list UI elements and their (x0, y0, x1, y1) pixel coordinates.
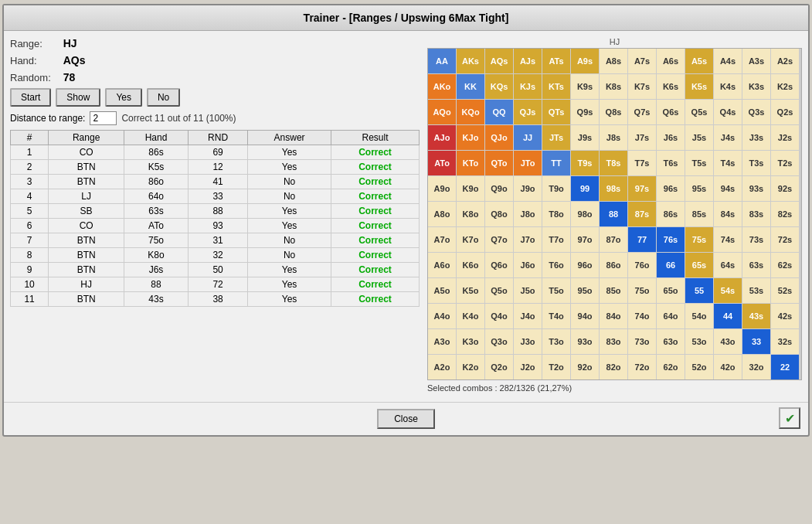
grid-cell[interactable]: A5s (685, 49, 713, 73)
grid-cell[interactable]: J9s (571, 125, 599, 150)
grid-cell[interactable]: Q5o (485, 278, 513, 303)
grid-cell[interactable]: QTs (542, 100, 570, 124)
grid-cell[interactable]: K2o (457, 355, 484, 379)
grid-cell[interactable]: T9o (542, 176, 570, 201)
grid-cell[interactable]: 93o (571, 329, 599, 354)
grid-cell[interactable]: J6o (514, 253, 542, 277)
grid-cell[interactable]: KQs (485, 74, 513, 99)
grid-cell[interactable]: 43s (742, 304, 770, 328)
grid-cell[interactable]: 64s (714, 253, 742, 277)
grid-cell[interactable]: 74s (714, 227, 742, 252)
grid-cell[interactable]: 86o (600, 253, 627, 277)
grid-cell[interactable]: 65o (657, 278, 685, 303)
grid-cell[interactable]: 76o (628, 253, 656, 277)
grid-cell[interactable]: T9s (571, 151, 599, 175)
grid-cell[interactable]: JJ (514, 125, 542, 150)
grid-cell[interactable]: 54s (714, 278, 742, 303)
grid-cell[interactable]: A4o (428, 304, 456, 328)
grid-cell[interactable]: TT (542, 151, 570, 175)
grid-cell[interactable]: 33 (742, 329, 770, 354)
grid-cell[interactable]: K3s (742, 74, 770, 99)
grid-cell[interactable]: AKs (457, 49, 484, 73)
grid-cell[interactable]: A7o (428, 227, 456, 252)
grid-cell[interactable]: Q4s (714, 100, 742, 124)
grid-cell[interactable]: 96o (571, 253, 599, 277)
grid-cell[interactable]: J9o (514, 176, 542, 201)
grid-cell[interactable]: A5o (428, 278, 456, 303)
grid-cell[interactable]: T3o (542, 329, 570, 354)
grid-cell[interactable]: Q6o (485, 253, 513, 277)
grid-cell[interactable]: Q2s (771, 100, 799, 124)
grid-cell[interactable]: 75o (628, 278, 656, 303)
grid-cell[interactable]: 87o (600, 227, 627, 252)
grid-cell[interactable]: 86s (657, 202, 685, 226)
grid-cell[interactable]: 85o (600, 278, 627, 303)
grid-cell[interactable]: K7s (628, 74, 656, 99)
grid-cell[interactable]: 92o (571, 355, 599, 379)
grid-cell[interactable]: A4s (714, 49, 742, 73)
grid-cell[interactable]: AJo (428, 125, 456, 150)
grid-cell[interactable]: 64o (657, 304, 685, 328)
grid-cell[interactable]: 52s (771, 278, 799, 303)
grid-cell[interactable]: KJs (514, 74, 542, 99)
grid-cell[interactable]: ATo (428, 151, 456, 175)
grid-cell[interactable]: J5o (514, 278, 542, 303)
grid-cell[interactable]: K2s (771, 74, 799, 99)
grid-cell[interactable]: 73o (628, 329, 656, 354)
grid-cell[interactable]: AA (428, 49, 456, 73)
grid-cell[interactable]: 98o (571, 202, 599, 226)
grid-cell[interactable]: K8s (600, 74, 627, 99)
grid-cell[interactable]: Q3o (485, 329, 513, 354)
grid-cell[interactable]: J6s (657, 125, 685, 150)
grid-cell[interactable]: 63o (657, 329, 685, 354)
grid-cell[interactable]: A9s (571, 49, 599, 73)
grid-cell[interactable]: T8o (542, 202, 570, 226)
grid-cell[interactable]: 42o (714, 355, 742, 379)
close-button[interactable]: Close (377, 409, 435, 429)
grid-cell[interactable]: QQ (485, 100, 513, 124)
grid-cell[interactable]: ATs (542, 49, 570, 73)
grid-cell[interactable]: K7o (457, 227, 484, 252)
grid-cell[interactable]: Q8o (485, 202, 513, 226)
grid-cell[interactable]: 77 (628, 227, 656, 252)
grid-cell[interactable]: 55 (685, 278, 713, 303)
grid-cell[interactable]: 22 (771, 355, 799, 379)
grid-cell[interactable]: 62o (657, 355, 685, 379)
grid-cell[interactable]: J5s (685, 125, 713, 150)
grid-cell[interactable]: 62s (771, 253, 799, 277)
grid-cell[interactable]: K4s (714, 74, 742, 99)
grid-cell[interactable]: 72o (628, 355, 656, 379)
grid-cell[interactable]: J8s (600, 125, 627, 150)
yes-button[interactable]: Yes (105, 88, 142, 107)
grid-cell[interactable]: 73s (742, 227, 770, 252)
grid-cell[interactable]: 65s (685, 253, 713, 277)
grid-cell[interactable]: J2s (771, 125, 799, 150)
grid-cell[interactable]: T2s (771, 151, 799, 175)
grid-cell[interactable]: 95o (571, 278, 599, 303)
grid-cell[interactable]: 53s (742, 278, 770, 303)
grid-cell[interactable]: K4o (457, 304, 484, 328)
grid-cell[interactable]: K8o (457, 202, 484, 226)
grid-cell[interactable]: A3s (742, 49, 770, 73)
grid-cell[interactable]: JTo (514, 151, 542, 175)
grid-cell[interactable]: T8s (600, 151, 627, 175)
grid-cell[interactable]: T6o (542, 253, 570, 277)
grid-cell[interactable]: 97s (628, 176, 656, 201)
grid-cell[interactable]: 74o (628, 304, 656, 328)
grid-cell[interactable]: 44 (714, 304, 742, 328)
grid-cell[interactable]: Q2o (485, 355, 513, 379)
grid-cell[interactable]: JTs (542, 125, 570, 150)
grid-cell[interactable]: Q7s (628, 100, 656, 124)
grid-cell[interactable]: J3o (514, 329, 542, 354)
grid-cell[interactable]: 96s (657, 176, 685, 201)
grid-cell[interactable]: T5s (685, 151, 713, 175)
grid-cell[interactable]: 52o (685, 355, 713, 379)
grid-cell[interactable]: 85s (685, 202, 713, 226)
grid-cell[interactable]: 99 (571, 176, 599, 201)
grid-cell[interactable]: K5s (685, 74, 713, 99)
grid-cell[interactable]: 82s (771, 202, 799, 226)
distance-input[interactable] (90, 111, 117, 125)
grid-cell[interactable]: 63s (742, 253, 770, 277)
no-button[interactable]: No (147, 88, 180, 107)
grid-cell[interactable]: J8o (514, 202, 542, 226)
